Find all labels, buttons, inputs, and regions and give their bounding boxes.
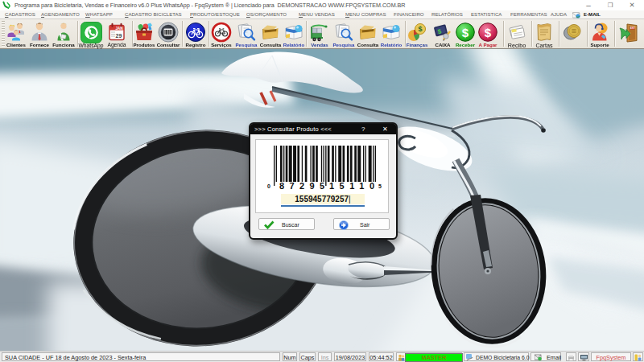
svg-text:JAN: JAN (115, 27, 122, 31)
svg-text:5: 5 (378, 183, 382, 189)
svg-text:$: $ (462, 26, 469, 39)
svg-text:EXIT: EXIT (630, 27, 635, 30)
svg-text:0: 0 (267, 183, 270, 189)
svg-text:29: 29 (116, 33, 122, 39)
svg-text:$: $ (485, 26, 492, 39)
svg-text:$: $ (418, 25, 422, 33)
